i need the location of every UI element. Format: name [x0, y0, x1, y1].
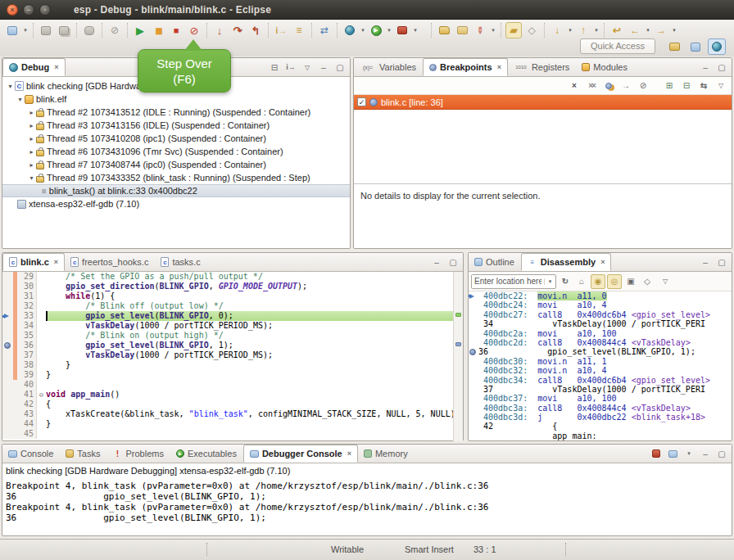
expander-icon[interactable]: ▸	[27, 148, 36, 156]
close-icon[interactable]: ×	[54, 258, 58, 266]
tab-debug[interactable]: Debug ×	[2, 58, 66, 76]
tab-variables[interactable]: (x)= Variables	[354, 58, 423, 76]
thread-row[interactable]: ▸ Thread #6 1073431096 (Tmr Svc) (Suspen…	[2, 145, 350, 158]
last-edit-location-button[interactable]: ↩	[609, 22, 625, 38]
debug-button[interactable]	[342, 22, 358, 38]
skip-all-breakpoints-button[interactable]: ⊘	[106, 22, 123, 38]
maximize-icon[interactable]: ▢	[714, 60, 729, 75]
tab-tasks-c[interactable]: c tasks.c	[155, 253, 206, 271]
expander-icon[interactable]: ▾	[16, 96, 25, 103]
view-menu-icon[interactable]: ▽	[300, 60, 315, 75]
tab-tasks[interactable]: Tasks	[60, 445, 106, 463]
expander-icon[interactable]: ▸	[27, 161, 36, 169]
terminate-button[interactable]: ■	[168, 22, 184, 38]
expand-all-button[interactable]: ⊞	[662, 79, 677, 93]
view-menu-icon[interactable]: ▽	[658, 274, 673, 289]
pin-view-button[interactable]: ◇	[640, 274, 655, 289]
minimize-icon[interactable]: –	[698, 255, 713, 269]
instruction-stepping-button[interactable]: ⇄	[316, 22, 333, 38]
remove-console-button[interactable]	[649, 446, 664, 461]
disconnect-button[interactable]: ⊘	[186, 22, 202, 38]
location-combo[interactable]: ▾	[471, 274, 556, 289]
close-icon[interactable]: ×	[600, 258, 605, 266]
suspend-button[interactable]: ▮▮	[150, 22, 166, 38]
tab-freertos-hooks-c[interactable]: c freertos_hooks.c	[65, 253, 155, 271]
resume-button[interactable]: ▶	[132, 22, 148, 38]
new-wizard-dropdown[interactable]: ▾	[21, 22, 29, 38]
remove-breakpoint-button[interactable]: ×	[567, 79, 582, 93]
run-to-line-button[interactable]: i→	[273, 22, 289, 38]
sync-context-button[interactable]: ◎	[607, 274, 622, 289]
tab-problems[interactable]: ! Problems	[106, 445, 170, 463]
display-console-button[interactable]	[665, 446, 680, 461]
view-menu-icon[interactable]: ▽	[714, 79, 728, 93]
quick-access-button[interactable]: Quick Access	[580, 38, 655, 54]
thread-row[interactable]: ▸ Thread #3 1073413156 (IDLE) (Suspended…	[2, 119, 350, 132]
resource-perspective-button[interactable]	[686, 38, 705, 55]
tab-disassembly[interactable]: ≡ Disassembly ×	[521, 253, 612, 271]
next-annotation-dropdown[interactable]: ▾	[566, 22, 574, 38]
expander-icon[interactable]: ▾	[6, 83, 15, 90]
open-element-button[interactable]: ✎	[472, 22, 488, 38]
expander-icon[interactable]: ▸	[27, 135, 36, 142]
minimize-icon[interactable]: –	[698, 60, 713, 75]
instruction-stepping-toggle[interactable]: i→	[283, 60, 298, 75]
next-annotation-button[interactable]: ↓	[549, 22, 565, 38]
show-breakpoints-supported-button[interactable]	[601, 79, 616, 93]
save-button[interactable]	[38, 22, 54, 38]
remove-all-breakpoints-button[interactable]: ××	[584, 79, 599, 93]
new-wizard-button[interactable]	[4, 22, 20, 38]
debug-dropdown[interactable]: ▾	[359, 22, 367, 38]
new-console-button[interactable]	[436, 22, 452, 38]
minimize-icon[interactable]: –	[316, 60, 331, 75]
stack-frame-row[interactable]: ≡ blink_task() at blink.c:33 0x400dbc22	[2, 184, 350, 197]
breakpoint-checkbox[interactable]: ✓	[357, 97, 366, 106]
code-editor[interactable]: 29 /* Set the GPIO as a push/pull output…	[2, 272, 463, 441]
breakpoint-item[interactable]: ✓ blink.c [line: 36]	[354, 95, 732, 110]
mark-occurrences-button[interactable]: ▰	[505, 22, 522, 38]
home-button[interactable]: ⌂	[574, 274, 589, 289]
window-close-button[interactable]: ×	[7, 4, 18, 16]
thread-row[interactable]: ▸ Thread #2 1073413512 (IDLE : Running) …	[2, 106, 350, 119]
goto-file-button[interactable]: →	[618, 79, 633, 93]
open-folder-button[interactable]	[454, 22, 470, 38]
close-icon[interactable]: ×	[54, 63, 58, 71]
previous-annotation-dropdown[interactable]: ▾	[592, 22, 600, 38]
tab-outline[interactable]: Outline	[469, 253, 521, 271]
tab-debugger-console[interactable]: Debugger Console ×	[243, 445, 358, 463]
window-minimize-button[interactable]: –	[23, 4, 34, 16]
java-perspective-button[interactable]	[665, 38, 683, 55]
collapse-all-button[interactable]: ⊟	[267, 60, 282, 75]
tab-executables[interactable]: ▶ Executables	[170, 445, 243, 463]
thread-row[interactable]: ▸ Thread #5 1073410208 (ipc1) (Suspended…	[2, 132, 350, 145]
forward-dropdown[interactable]: ▾	[670, 22, 678, 38]
back-dropdown[interactable]: ▾	[644, 22, 652, 38]
tab-console[interactable]: Console	[2, 445, 60, 463]
thread-row[interactable]: ▾ Thread #9 1073433352 (blink_task : Run…	[2, 171, 350, 184]
step-over-button[interactable]: ↷	[229, 22, 246, 38]
expander-icon[interactable]: ▸	[27, 122, 36, 129]
tab-modules[interactable]: Modules	[576, 58, 634, 76]
disassembly-listing[interactable]: 400dbc22: movi.n a11, 0 400dbc24: movi a…	[469, 291, 732, 440]
tab-registers[interactable]: 1010 Registers	[508, 58, 576, 76]
annotation-ruler[interactable]	[453, 272, 463, 441]
window-maximize-button[interactable]: ▫	[39, 4, 51, 16]
forward-button[interactable]: →	[653, 22, 669, 38]
run-button[interactable]: ▶	[368, 22, 384, 38]
step-return-button[interactable]: ↰	[247, 22, 264, 38]
previous-annotation-button[interactable]: ↑	[575, 22, 591, 38]
track-pc-button[interactable]: ◉	[591, 274, 605, 289]
location-input[interactable]	[472, 275, 544, 288]
back-button[interactable]: ←	[627, 22, 643, 38]
console-output[interactable]: blink checking [GDB Hardware Debugging] …	[2, 463, 732, 536]
expander-icon[interactable]: ▸	[27, 109, 36, 116]
skip-all-breakpoints-toggle[interactable]: ⊘	[636, 79, 650, 93]
tab-breakpoints[interactable]: Breakpoints ×	[423, 58, 508, 76]
thread-row[interactable]: ▸ Thread #7 1073408744 (ipc0) (Suspended…	[2, 158, 350, 171]
expander-icon[interactable]: ▾	[27, 174, 36, 182]
maximize-icon[interactable]: ▢	[333, 60, 347, 75]
tab-blink-c[interactable]: c blink.c ×	[2, 253, 65, 271]
target-row[interactable]: ▾ blink.elf	[2, 93, 350, 106]
close-icon[interactable]: ×	[347, 449, 351, 458]
collapse-all-button[interactable]: ⊟	[679, 79, 694, 93]
